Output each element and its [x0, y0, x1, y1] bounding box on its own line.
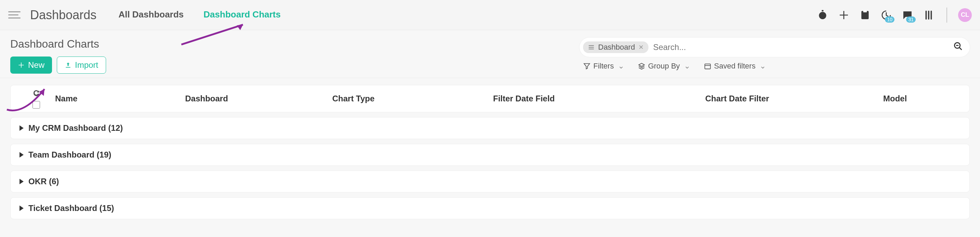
groupby-label: Group By — [648, 62, 680, 70]
caret-right-icon — [19, 152, 24, 157]
group-label: Ticket Dashboard (15) — [29, 203, 114, 213]
filters-label: Filters — [593, 62, 614, 70]
filters-dropdown[interactable]: Filters ⌄ — [583, 62, 624, 70]
svg-rect-7 — [705, 64, 711, 69]
group-row-ticket-dashboard[interactable]: Ticket Dashboard (15) — [10, 197, 970, 219]
caret-right-icon — [19, 205, 24, 211]
page-title: Dashboard Charts — [10, 38, 106, 50]
zoom-out-icon[interactable] — [953, 42, 963, 53]
annotation-arrow-tab — [178, 21, 253, 48]
column-chart-date-filter[interactable]: Chart Date Filter — [705, 94, 883, 103]
tab-all-dashboards[interactable]: All Dashboards — [117, 6, 185, 24]
user-avatar[interactable]: CL — [958, 8, 972, 22]
group-label: My CRM Dashboard (12) — [29, 123, 123, 133]
stopwatch-icon[interactable] — [816, 8, 829, 22]
caret-right-icon — [19, 179, 24, 184]
divider — [947, 8, 947, 22]
settings-sliders-icon[interactable] — [922, 8, 935, 22]
groupby-dropdown[interactable]: Group By ⌄ — [638, 62, 690, 70]
clipboard-icon[interactable] — [858, 8, 872, 22]
column-name[interactable]: Name — [55, 94, 185, 103]
chevron-down-icon: ⌄ — [618, 62, 624, 70]
svg-line-9 — [181, 25, 243, 45]
column-filter-date-field[interactable]: Filter Date Field — [493, 94, 705, 103]
search-box[interactable]: Dashboard ✕ — [580, 38, 970, 57]
chevron-down-icon: ⌄ — [760, 62, 766, 70]
table-area: Name Dashboard Chart Type Filter Date Fi… — [0, 78, 980, 226]
filter-bar: Filters ⌄ Group By ⌄ Saved filters ⌄ — [580, 62, 970, 70]
control-panel: Dashboard Charts New Import Dashboard ✕ — [0, 30, 980, 78]
chip-remove-icon[interactable]: ✕ — [638, 43, 644, 51]
chevron-down-icon: ⌄ — [684, 62, 690, 70]
activity-badge: 10 — [885, 16, 894, 22]
new-button-label: New — [28, 60, 45, 70]
chat-icon[interactable]: 31 — [900, 8, 914, 22]
saved-filters-dropdown[interactable]: Saved filters ⌄ — [704, 62, 766, 70]
annotation-arrow-new — [3, 82, 55, 117]
saved-filters-label: Saved filters — [714, 62, 756, 70]
column-dashboard[interactable]: Dashboard — [185, 94, 332, 103]
column-chart-type[interactable]: Chart Type — [332, 94, 493, 103]
chat-badge: 31 — [906, 16, 916, 22]
funnel-icon — [583, 62, 590, 70]
search-chip-dashboard[interactable]: Dashboard ✕ — [583, 42, 648, 53]
import-button-label: Import — [75, 60, 98, 70]
menu-toggle-icon[interactable] — [8, 8, 22, 22]
list-icon — [588, 44, 595, 51]
plus-icon — [18, 62, 25, 69]
group-row-my-crm-dashboard[interactable]: My CRM Dashboard (12) — [10, 117, 970, 139]
group-label: OKR (6) — [29, 177, 59, 186]
import-button[interactable]: Import — [57, 56, 106, 74]
svg-point-0 — [819, 12, 826, 19]
top-navigation: Dashboards All Dashboards Dashboard Char… — [0, 0, 980, 30]
app-title: Dashboards — [30, 8, 97, 22]
svg-marker-10 — [237, 25, 243, 30]
new-button[interactable]: New — [10, 56, 52, 74]
upload-icon — [65, 62, 72, 69]
group-label: Team Dashboard (19) — [29, 150, 111, 160]
caret-right-icon — [19, 125, 24, 131]
group-row-okr[interactable]: OKR (6) — [10, 171, 970, 192]
search-chip-label: Dashboard — [598, 43, 635, 52]
table-header: Name Dashboard Chart Type Filter Date Fi… — [10, 85, 970, 112]
calendar-icon — [704, 62, 711, 70]
activity-clock-icon[interactable]: 10 — [880, 8, 893, 22]
svg-line-5 — [959, 48, 962, 50]
top-icon-tray: 10 31 CL — [816, 8, 972, 22]
layers-icon — [638, 62, 645, 70]
search-input[interactable] — [653, 42, 953, 52]
svg-rect-1 — [822, 10, 823, 11]
plus-icon[interactable] — [837, 8, 851, 22]
group-row-team-dashboard[interactable]: Team Dashboard (19) — [10, 144, 970, 166]
column-model[interactable]: Model — [883, 94, 980, 103]
svg-rect-3 — [863, 10, 867, 12]
